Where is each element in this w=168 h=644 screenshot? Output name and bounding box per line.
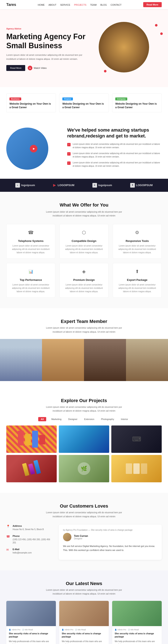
news-article-image-1 xyxy=(59,601,109,626)
offer-card-4: Premium Design Lorem ipsum dolor sit ame… xyxy=(59,263,108,298)
offer-card-2: Responsive Tools Lorem ipsum dolor sit a… xyxy=(113,224,162,259)
project-item-3[interactable] xyxy=(111,426,162,453)
news-date-icon-2: 🕐 xyxy=(128,629,130,631)
hero-left: Agency Advice Marketing Agency For Small… xyxy=(6,28,86,71)
project-item-1[interactable] xyxy=(6,426,57,453)
project-item-4[interactable] xyxy=(6,455,57,482)
rebrand-photo xyxy=(6,128,48,170)
news-article-body-0: 👤 Admin Pro 🕐 Min Read She security risk… xyxy=(6,626,56,644)
nav-cta-button[interactable]: Read More xyxy=(143,2,162,7)
offer-card-3: Top Performance Lorem ipsum dolor sit am… xyxy=(6,263,55,298)
news-author-icon-1: 👤 xyxy=(62,629,64,631)
projects-grid: 🌿 xyxy=(6,426,162,482)
news-article-meta-2: 👤 Admin Pro 🕐 Min Read xyxy=(115,629,159,631)
project-image-2 xyxy=(59,426,109,453)
news-meta-date-2: 🕐 Min Read xyxy=(128,629,139,631)
customers-desc: Lorem ipsum dolor sit amet consectetur a… xyxy=(42,510,126,518)
news-grid: 👤 Admin Pro 🕐 Min Read She security risk… xyxy=(6,601,162,644)
project-image-3 xyxy=(111,426,162,453)
team-photos xyxy=(0,339,168,381)
offer-grid: Telephone Systems Lorem ipsum dolor sit … xyxy=(6,224,162,298)
projects-tab-interior[interactable]: Interior xyxy=(119,417,130,421)
customers-title: Our Customers Loves xyxy=(6,503,162,509)
projects-tab-photography[interactable]: Photography xyxy=(99,417,116,421)
person-placeholder-2 xyxy=(42,339,84,381)
email-label: E-Mail xyxy=(13,548,32,550)
hero-title: Marketing Agency For Small Business xyxy=(6,32,86,50)
project-item-5[interactable]: 🌿 xyxy=(59,455,109,482)
email-icon: ✉ xyxy=(6,548,10,552)
nav-link-home[interactable]: HOME xyxy=(38,4,45,6)
icon-premium-4 xyxy=(82,269,86,274)
offer-card-1: Compatible Design Lorem ipsum dolor sit … xyxy=(59,224,108,259)
hero-read-button[interactable]: Read More xyxy=(6,65,25,71)
icon-tools-2 xyxy=(135,230,139,235)
rebrand-check-icon-2 xyxy=(67,162,71,165)
offer-section: What We Offer for You Lorem ipsum dolor … xyxy=(0,192,168,308)
news-card-0: Business Website Designing on Your Own i… xyxy=(6,94,56,112)
rebrand-item-0: Lorem ipsum dolor sit amet consectetur a… xyxy=(67,142,162,149)
news-article-2: 👤 Admin Pro 🕐 Min Read She security risk… xyxy=(112,601,162,644)
play-icon xyxy=(28,66,32,70)
projects-desc: Lorem ipsum dolor sit amet consectetur a… xyxy=(42,405,126,413)
hero-watch-button[interactable]: Watch Video xyxy=(28,66,47,70)
card-tag-2: Company xyxy=(115,98,127,100)
news-author-icon-2: 👤 xyxy=(115,629,117,631)
nav-link-contact[interactable]: CONTACT xyxy=(110,4,121,6)
decorative-dot-3 xyxy=(104,70,106,72)
news-article-image-0 xyxy=(6,601,56,626)
card-tag-1: Finance xyxy=(62,98,73,100)
news-meta-author-2: 👤 Admin Pro xyxy=(115,629,126,631)
projects-tab-extension[interactable]: Extension xyxy=(83,417,96,421)
hero-image xyxy=(99,22,149,72)
nav-link-team[interactable]: TEAM xyxy=(90,4,97,6)
offer-desc: Lorem ipsum dolor sit amet consectetur a… xyxy=(42,210,126,218)
nav-link-blog[interactable]: BLOG xyxy=(100,4,107,6)
news-date-icon-0: 🕐 xyxy=(22,629,24,631)
rebrand-items: Lorem ipsum dolor sit amet consectetur a… xyxy=(67,142,162,168)
projects-tab-designer[interactable]: Designer xyxy=(67,417,79,421)
project-image-1 xyxy=(6,426,57,453)
team-title: Expert Team Member xyxy=(0,319,168,324)
hero-photo xyxy=(99,22,149,72)
team-photo-4 xyxy=(126,339,168,381)
nav-link-projects[interactable]: PROJECTS xyxy=(74,4,86,6)
rebrand-check-icon-1 xyxy=(67,152,71,156)
project-item-6[interactable] xyxy=(111,455,162,482)
logo-3: ≋ logoipsum xyxy=(92,183,112,188)
author-name: Tom Curran xyxy=(74,534,88,538)
rebrand-image-container xyxy=(6,128,61,170)
offer-icon-3 xyxy=(27,267,35,276)
offer-service-desc-1: Lorem ipsum dolor sit amet consectetur a… xyxy=(63,244,105,254)
logos-bar: L logoipsum ▶ LOGOIPSUM ≋ logoipsum 🎙 LO… xyxy=(0,179,168,192)
team-photo-2 xyxy=(42,339,84,381)
projects-tab-marketing[interactable]: Marketing xyxy=(50,417,63,421)
rebrand-play-button[interactable] xyxy=(30,145,37,152)
logo-1: L logoipsum xyxy=(15,183,35,188)
icon-export-5 xyxy=(135,269,139,274)
author-avatar xyxy=(63,533,71,541)
person-placeholder-4 xyxy=(126,339,168,381)
rebrand-title: We've helped some amazing startups rebra… xyxy=(67,127,162,139)
icon-design-1 xyxy=(82,230,86,235)
nav-links: HOMEABOUTSERVICEPROJECTSTEAMBLOGCONTACT xyxy=(38,3,122,6)
rebrand-text: We've helped some amazing startups rebra… xyxy=(67,127,162,170)
project-item-2[interactable] xyxy=(59,426,109,453)
news-card-2: Company Website Designing on Your Own is… xyxy=(112,94,162,112)
customers-section: Our Customers Loves Lorem ipsum dolor si… xyxy=(0,493,168,570)
address-icon: 📍 xyxy=(6,525,10,529)
offer-title: What We Offer for You xyxy=(6,202,162,208)
nav-link-service[interactable]: SERVICE xyxy=(60,4,70,6)
offer-icon-2 xyxy=(133,228,141,237)
projects-tab-all[interactable]: All xyxy=(38,417,46,421)
news-date-icon-1: 🕐 xyxy=(75,629,77,631)
card-title-0: Website Designing on Your Own is a Great… xyxy=(9,102,53,109)
address-label: Address xyxy=(13,525,44,527)
offer-service-desc-2: Lorem ipsum dolor sit amet consectetur a… xyxy=(116,244,158,254)
news-desc: Lorem ipsum dolor sit amet consectetur a… xyxy=(42,588,126,596)
logo-4: 🎙 LOGOIPSUM xyxy=(130,183,153,188)
nav-link-about[interactable]: ABOUT xyxy=(49,4,57,6)
news-article-title-1: She security risks of area is change pac… xyxy=(62,632,106,638)
rebrand-text-1: Lorem ipsum dolor sit amet consectetur a… xyxy=(73,152,162,158)
news-article-title-0: She security risks of area is change pac… xyxy=(9,632,53,638)
